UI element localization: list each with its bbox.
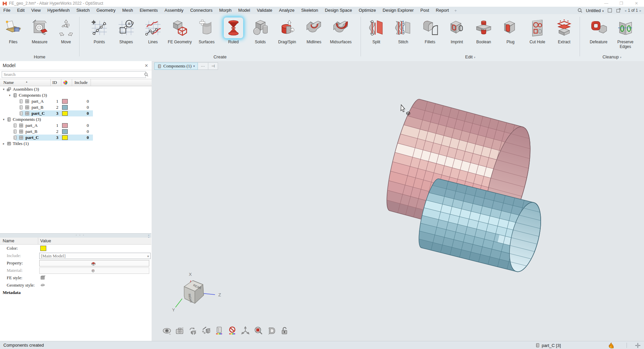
menu-connectors[interactable]: Connectors	[187, 7, 216, 14]
restore-button[interactable]: ❐	[614, 0, 629, 7]
ribbon-tool-files[interactable]: Files	[0, 17, 26, 44]
ribbon-group-label-cleanup[interactable]: Cleanup ▾	[580, 54, 644, 59]
show-hide-icon[interactable]	[188, 326, 198, 336]
tab-dropdown-icon[interactable]: ▾	[193, 64, 195, 68]
ribbon-group-label-edit[interactable]: Edit ▾	[361, 54, 580, 59]
ribbon-tool-boolean[interactable]: Boolean	[470, 17, 497, 44]
page-navigator[interactable]: ◂ 1 of 1 ▸	[625, 8, 641, 13]
ribbon-tool-cut-hole[interactable]: Cut Hole	[524, 17, 551, 44]
color-by-comp-icon[interactable]	[214, 326, 224, 336]
tree-row-part-b[interactable]: part_B20	[0, 129, 152, 135]
ribbon-tool-ruled[interactable]: Ruled	[220, 17, 247, 44]
tree-row-components[interactable]: ▾Components (3)	[0, 92, 152, 98]
color-swatch[interactable]	[62, 135, 68, 140]
dropdown-arrow-icon[interactable]: ▾	[147, 253, 149, 259]
menu-skeleton[interactable]: Skeleton	[298, 7, 322, 14]
element-marks-icon[interactable]	[201, 326, 211, 336]
menu-analyze[interactable]: Analyze	[276, 7, 298, 14]
components-tab[interactable]: Components (1) ▾	[154, 62, 198, 70]
ribbon-tool-imprint[interactable]: Imprint	[443, 17, 470, 44]
tab-collapse-button[interactable]: ⊣	[208, 62, 218, 70]
collapse-chevron-icon[interactable]: ⌄⌄	[147, 234, 150, 238]
menu-geometry[interactable]: Geometry	[93, 7, 119, 14]
prev-page-icon[interactable]: ◂	[625, 9, 626, 12]
menu-post[interactable]: Post	[417, 7, 432, 14]
view-cube[interactable]: REAR RIGHT X Y Z	[169, 262, 226, 318]
ribbon-tool-points[interactable]: Points	[86, 17, 113, 44]
color-swatch[interactable]	[62, 129, 68, 134]
ribbon-tool-extract[interactable]: Extract	[551, 17, 578, 44]
search-icon[interactable]	[577, 8, 583, 13]
menu-edit[interactable]: Edit	[14, 7, 28, 14]
minimize-button[interactable]: —	[599, 0, 614, 7]
ribbon-tool-midlines[interactable]: Midlines	[301, 17, 327, 44]
current-component-label[interactable]: part_C [3]	[542, 343, 561, 348]
menu-mesh[interactable]: Mesh	[119, 7, 137, 14]
collapse-arrow-icon[interactable]: ▾	[2, 118, 5, 121]
menu-optimize[interactable]: Optimize	[356, 7, 379, 14]
ribbon-tool-plug[interactable]: Plug	[497, 17, 524, 44]
visibility-eye-icon[interactable]	[162, 326, 172, 336]
ribbon-tool-fe-geometry[interactable]: FE Geometry	[166, 17, 193, 44]
menu-model[interactable]: Model	[235, 7, 253, 14]
menu-sketch[interactable]: Sketch	[73, 7, 93, 14]
color-swatch[interactable]	[62, 99, 68, 104]
menu-assembly[interactable]: Assembly	[161, 7, 187, 14]
ribbon-tool-solids[interactable]: Solids	[247, 17, 274, 44]
tree-row-assemblies[interactable]: ▾Assemblies (3)	[0, 86, 152, 92]
material-value-button[interactable]	[39, 267, 149, 274]
color-swatch[interactable]	[62, 111, 68, 116]
session-dropdown[interactable]: Untitled ▾	[586, 7, 604, 13]
fe-style-icon[interactable]	[40, 275, 45, 282]
color-value-swatch[interactable]	[40, 246, 46, 251]
expand-arrow-icon[interactable]: ▸	[2, 142, 5, 145]
search-input[interactable]	[2, 71, 146, 78]
tree-row-part-a[interactable]: part_A10	[0, 122, 152, 129]
menu-view[interactable]: View	[28, 7, 44, 14]
ribbon-tool-shapes[interactable]: Shapes	[113, 17, 140, 44]
ribbon-tool-midsurfaces[interactable]: Midsurfaces	[327, 17, 354, 44]
include-dropdown[interactable]: [Main Model]▾	[39, 253, 151, 259]
next-page-icon[interactable]: ▸	[640, 9, 641, 12]
ribbon-tool-surfaces[interactable]: Surfaces	[193, 17, 220, 44]
add-menu-icon[interactable]: +	[452, 8, 459, 13]
ribbon-tool-lines[interactable]: Lines	[140, 17, 166, 44]
menu-validate[interactable]: Validate	[254, 7, 276, 14]
tree-row-components[interactable]: ▾Components (3)	[0, 116, 152, 122]
menu-file[interactable]: File	[0, 7, 14, 14]
tree-row-part-b[interactable]: part_B20	[0, 104, 152, 110]
ribbon-tool-defeature[interactable]: Defeature	[585, 17, 612, 49]
tab-more-button[interactable]: ···	[198, 62, 208, 70]
lock-icon[interactable]	[279, 326, 289, 336]
color-swatch[interactable]	[62, 123, 68, 128]
ribbon-tool-fillets[interactable]: Fillets	[417, 17, 443, 44]
ribbon-tool-drag-spin[interactable]: Drag/Spin	[274, 17, 301, 44]
close-button[interactable]: ✕	[629, 0, 644, 7]
zoom-entity-icon[interactable]	[253, 326, 263, 336]
triad-icon[interactable]	[240, 326, 250, 336]
panel-close-icon[interactable]: ✕	[145, 63, 148, 68]
geom-style-icon[interactable]	[40, 283, 45, 289]
ribbon-tool-split[interactable]: Split	[363, 17, 390, 44]
menu-design-space[interactable]: Design Space	[322, 7, 356, 14]
menu-elements[interactable]: Elements	[136, 7, 161, 14]
collapse-arrow-icon[interactable]: ▾	[8, 94, 11, 97]
layout-icon[interactable]	[607, 8, 612, 13]
tree-row-part-a[interactable]: part_A10	[0, 98, 152, 104]
menu-morph[interactable]: Morph	[216, 7, 235, 14]
snapshot-camera-icon[interactable]	[175, 326, 185, 336]
tree-row-part-c[interactable]: part_C30	[0, 110, 152, 116]
color-swatch[interactable]	[62, 105, 68, 110]
menu-design-explorer[interactable]: Design Explorer	[379, 7, 417, 14]
tree-row-part-c[interactable]: part_C30	[0, 135, 152, 141]
menu-report[interactable]: Report	[432, 7, 452, 14]
tree-row-titles[interactable]: ▸Titles (1)	[0, 141, 152, 147]
splitter-handle[interactable]: · · ·	[76, 233, 85, 237]
performance-flame-icon[interactable]	[608, 342, 614, 348]
perspective-icon[interactable]	[266, 326, 276, 336]
reset-view-icon[interactable]	[616, 8, 621, 13]
settings-crosshair-icon[interactable]	[635, 343, 641, 348]
ribbon-tool-measure[interactable]: Measure	[26, 17, 53, 44]
ribbon-tool-preserve-edges[interactable]: Preserve Edges	[612, 17, 639, 49]
collapse-arrow-icon[interactable]: ▾	[2, 88, 5, 91]
